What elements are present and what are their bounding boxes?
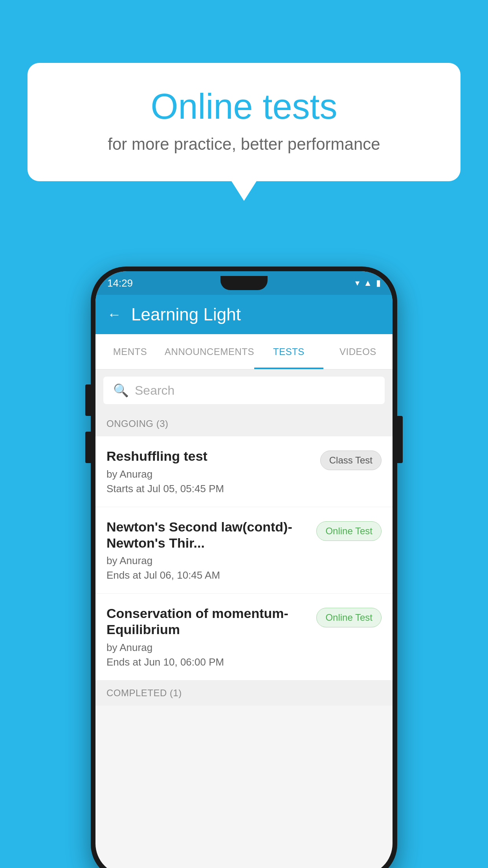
- bubble-subtitle: for more practice, better performance: [59, 135, 429, 154]
- badge-online-test-conservation: Online Test: [316, 608, 382, 627]
- bubble-title: Online tests: [59, 86, 429, 127]
- search-container: 🔍 Search: [95, 370, 393, 411]
- test-list: Reshuffling test by Anurag Starts at Jul…: [95, 436, 393, 680]
- badge-class-test: Class Test: [320, 451, 382, 470]
- wifi-icon: ▾: [355, 278, 360, 288]
- test-author-newton: by Anurag: [106, 555, 308, 567]
- phone-frame: 14:29 ▾ ▲ ▮ ← Learning Light MENTS ANNOU…: [91, 267, 397, 868]
- search-placeholder: Search: [135, 383, 174, 398]
- completed-label: COMPLETED (1): [106, 688, 182, 698]
- test-item-conservation[interactable]: Conservation of momentum-Equilibrium by …: [95, 594, 393, 680]
- speech-bubble-container: Online tests for more practice, better p…: [28, 63, 460, 181]
- app-title: Learning Light: [131, 305, 241, 324]
- status-icons: ▾ ▲ ▮: [355, 278, 381, 288]
- test-info-newton: Newton's Second law(contd)-Newton's Thir…: [106, 519, 308, 582]
- ongoing-label: ONGOING (3): [106, 418, 169, 429]
- test-time-conservation: Ends at Jun 10, 06:00 PM: [106, 656, 308, 668]
- ongoing-section-header: ONGOING (3): [95, 411, 393, 436]
- search-icon: 🔍: [113, 383, 129, 398]
- signal-icon: ▲: [363, 278, 372, 288]
- speech-bubble: Online tests for more practice, better p…: [28, 63, 460, 181]
- phone-screen: 14:29 ▾ ▲ ▮ ← Learning Light MENTS ANNOU…: [95, 271, 393, 868]
- test-time-reshuffling: Starts at Jul 05, 05:45 PM: [106, 483, 312, 495]
- completed-section-header: COMPLETED (1): [95, 680, 393, 706]
- test-item-reshuffling[interactable]: Reshuffling test by Anurag Starts at Jul…: [95, 436, 393, 507]
- battery-icon: ▮: [376, 278, 381, 288]
- test-item-newton[interactable]: Newton's Second law(contd)-Newton's Thir…: [95, 507, 393, 594]
- tab-announcements[interactable]: ANNOUNCEMENTS: [165, 334, 254, 369]
- test-info-conservation: Conservation of momentum-Equilibrium by …: [106, 605, 308, 668]
- volume-down-button[interactable]: [85, 432, 91, 463]
- tab-ments[interactable]: MENTS: [95, 334, 165, 369]
- search-bar[interactable]: 🔍 Search: [103, 377, 385, 404]
- tab-tests[interactable]: TESTS: [254, 334, 323, 369]
- phone-notch: [220, 276, 268, 290]
- power-button[interactable]: [397, 416, 403, 463]
- tabs-bar: MENTS ANNOUNCEMENTS TESTS VIDEOS: [95, 334, 393, 370]
- test-time-newton: Ends at Jul 06, 10:45 AM: [106, 569, 308, 581]
- volume-up-button[interactable]: [85, 384, 91, 416]
- back-button[interactable]: ←: [107, 306, 121, 323]
- status-time: 14:29: [107, 277, 133, 289]
- app-bar: ← Learning Light: [95, 295, 393, 334]
- badge-online-test-newton: Online Test: [316, 521, 382, 541]
- test-name-newton: Newton's Second law(contd)-Newton's Thir…: [106, 519, 308, 551]
- test-name-reshuffling: Reshuffling test: [106, 448, 312, 464]
- test-author-reshuffling: by Anurag: [106, 468, 312, 480]
- test-author-conservation: by Anurag: [106, 642, 308, 654]
- test-name-conservation: Conservation of momentum-Equilibrium: [106, 605, 308, 638]
- tab-videos[interactable]: VIDEOS: [323, 334, 393, 369]
- test-info-reshuffling: Reshuffling test by Anurag Starts at Jul…: [106, 448, 312, 495]
